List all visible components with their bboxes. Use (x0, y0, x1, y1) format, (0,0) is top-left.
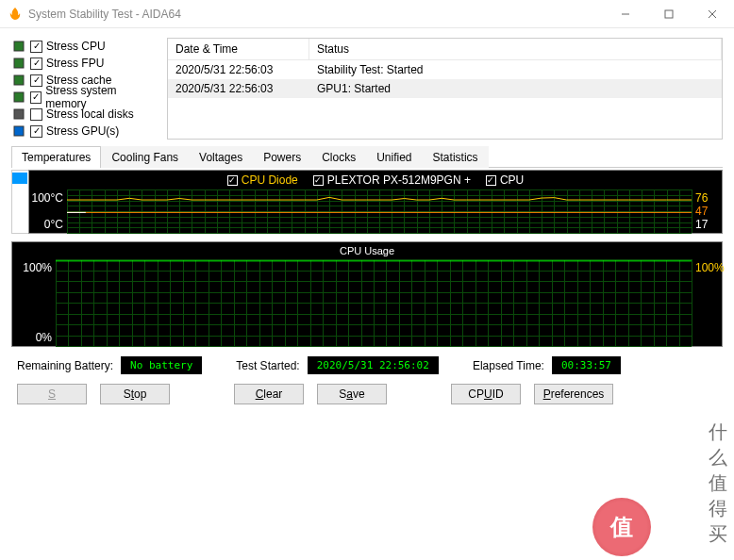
stress-checkbox[interactable] (30, 41, 42, 53)
ram-icon (11, 90, 26, 105)
status-bar: Remaining Battery: No battery Test Start… (11, 347, 723, 382)
temp-axis-min: 0°C (44, 218, 63, 231)
temp-value-cpu: 17 (695, 218, 708, 231)
stress-checkbox[interactable] (30, 108, 42, 121)
tab-unified[interactable]: Unified (366, 146, 422, 168)
temp-axis-max: 100°C (32, 191, 64, 205)
legend-checkbox[interactable] (227, 175, 238, 186)
stress-label: Stress CPU (46, 40, 106, 53)
legend-label: CPU Diode (242, 173, 298, 187)
button-bar: S Stop Clear Save CPUID Preferences (11, 382, 723, 410)
window-title: System Stability Test - AIDA64 (28, 8, 604, 21)
close-button[interactable] (691, 0, 734, 28)
cpu-usage-graph: CPU Usage 100% 0% 100% (11, 241, 723, 347)
watermark-text: 什么值得买 (709, 420, 728, 547)
cpuid-button[interactable]: CPUID (451, 384, 521, 404)
usage-value: 100% (695, 261, 725, 274)
stress-options: Stress CPUStress FPUStress cacheStress s… (11, 38, 158, 140)
stop-button[interactable]: Stop (100, 384, 170, 404)
preferences-button[interactable]: Preferences (534, 384, 613, 404)
stress-item-5[interactable]: Stress GPU(s) (11, 123, 158, 140)
cpu-icon (11, 39, 26, 54)
stress-label: Stress system memory (45, 84, 158, 110)
temp-value-plextor: 47 (695, 205, 708, 218)
stress-item-0[interactable]: Stress CPU (11, 38, 158, 55)
stress-checkbox[interactable] (30, 125, 42, 138)
tab-statistics[interactable]: Statistics (423, 146, 489, 168)
legend-item[interactable]: CPU (486, 173, 524, 187)
gpu-icon (11, 124, 26, 139)
log-status: Stability Test: Started (309, 60, 722, 79)
elapsed-value: 00:33:57 (552, 356, 621, 374)
legend-label: CPU (500, 173, 524, 187)
clear-button[interactable]: Clear (234, 384, 304, 404)
log-header-status[interactable]: Status (309, 39, 722, 59)
stress-item-3[interactable]: Stress system memory (11, 89, 158, 106)
tab-powers[interactable]: Powers (253, 146, 311, 168)
disk-icon (11, 107, 26, 122)
legend-checkbox[interactable] (313, 175, 324, 186)
log-row[interactable]: 2020/5/31 22:56:03Stability Test: Starte… (168, 60, 722, 79)
stress-checkbox[interactable] (30, 91, 42, 104)
svg-rect-7 (14, 92, 24, 102)
usage-axis-min: 0% (36, 331, 52, 344)
svg-rect-4 (14, 41, 24, 51)
stress-checkbox[interactable] (30, 74, 42, 87)
stress-label: Stress FPU (46, 57, 104, 70)
watermark-icon: 值 (592, 498, 651, 556)
log-datetime: 2020/5/31 22:56:03 (168, 79, 309, 98)
tab-cooling-fans[interactable]: Cooling Fans (101, 146, 189, 168)
temp-current-values: 76 47 17 (692, 189, 722, 233)
event-log: Date & Time Status 2020/5/31 22:56:03Sta… (167, 38, 723, 140)
svg-rect-5 (14, 58, 24, 68)
log-row[interactable]: 2020/5/31 22:56:03GPU1: Started (168, 79, 722, 98)
stress-label: Stress GPU(s) (46, 124, 119, 138)
series-color-sidebar[interactable] (11, 170, 28, 234)
svg-rect-8 (14, 109, 24, 119)
log-datetime: 2020/5/31 22:56:03 (168, 60, 309, 79)
svg-rect-9 (14, 126, 24, 136)
legend-label: PLEXTOR PX-512M9PGN + (327, 173, 471, 187)
log-status: GPU1: Started (309, 79, 722, 98)
tabs: TemperaturesCooling FansVoltagesPowersCl… (11, 145, 723, 168)
tab-voltages[interactable]: Voltages (189, 146, 253, 168)
temperature-graph: CPU DiodePLEXTOR PX-512M9PGN +CPU 100°C … (28, 170, 723, 234)
usage-y-axis: 100% 0% (12, 259, 56, 346)
elapsed-label: Elapsed Time: (473, 359, 544, 372)
stress-label: Stress local disks (46, 107, 134, 121)
battery-label: Remaining Battery: (17, 359, 113, 372)
legend-checkbox[interactable] (486, 175, 496, 186)
usage-axis-max: 100% (23, 261, 52, 274)
temp-value-cpudiode: 76 (695, 191, 708, 205)
save-button[interactable]: Save (317, 384, 387, 404)
graph-legend: CPU DiodePLEXTOR PX-512M9PGN +CPU (29, 171, 722, 189)
stress-checkbox[interactable] (30, 58, 42, 70)
titlebar: System Stability Test - AIDA64 (0, 0, 734, 28)
usage-current-value: 100% (692, 259, 722, 346)
start-button: S (17, 384, 87, 404)
temp-y-axis: 100°C 0°C (29, 189, 67, 233)
battery-value: No battery (121, 356, 202, 374)
tab-temperatures[interactable]: Temperatures (11, 146, 101, 168)
usage-plot (56, 259, 692, 346)
cpu-icon (11, 73, 26, 88)
app-icon (8, 7, 23, 22)
cpu-icon (11, 56, 26, 71)
stress-item-1[interactable]: Stress FPU (11, 55, 158, 72)
legend-item[interactable]: PLEXTOR PX-512M9PGN + (313, 173, 471, 187)
started-value: 2020/5/31 22:56:02 (308, 356, 439, 374)
log-header-datetime[interactable]: Date & Time (168, 39, 309, 59)
svg-rect-6 (14, 75, 24, 85)
tab-clocks[interactable]: Clocks (311, 146, 366, 168)
minimize-button[interactable] (604, 0, 647, 28)
maximize-button[interactable] (647, 0, 691, 28)
started-label: Test Started: (236, 359, 299, 372)
svg-rect-1 (665, 10, 673, 18)
usage-title: CPU Usage (12, 242, 722, 259)
legend-item[interactable]: CPU Diode (227, 173, 298, 187)
temp-plot (67, 189, 692, 233)
